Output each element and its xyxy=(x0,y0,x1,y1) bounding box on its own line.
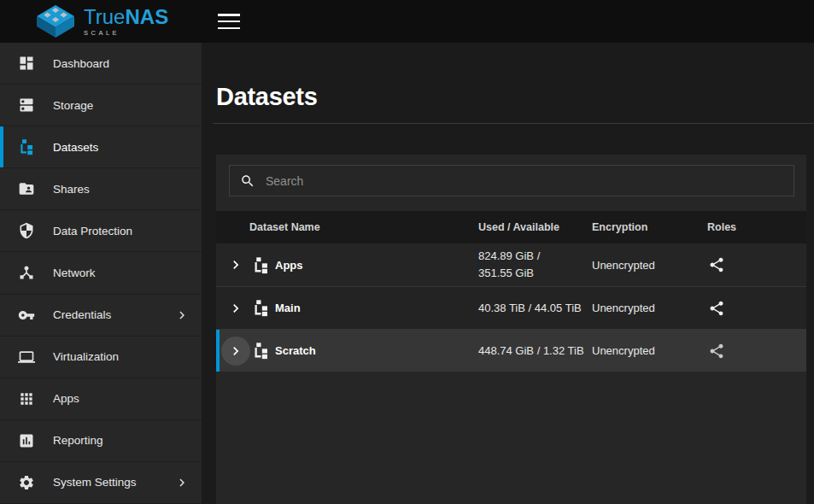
column-header-dataset-name[interactable]: Dataset Name xyxy=(216,221,478,233)
search-input-container xyxy=(229,165,794,196)
sidebar-item-label: Dashboard xyxy=(53,57,109,70)
chevron-right-icon xyxy=(227,343,244,360)
shares-folder-icon xyxy=(17,179,36,198)
brand-scale: SCALE xyxy=(84,30,168,37)
key-icon xyxy=(17,306,36,325)
sidebar-item-data-protection[interactable]: Data Protection xyxy=(0,210,202,252)
column-header-encryption[interactable]: Encryption xyxy=(592,221,707,233)
roles-share-button[interactable] xyxy=(708,343,725,360)
search-icon xyxy=(240,173,255,189)
chevron-right-icon xyxy=(227,300,244,317)
expand-row-button[interactable] xyxy=(221,337,250,366)
datasets-tree-icon xyxy=(17,138,36,156)
column-header-roles[interactable]: Roles xyxy=(707,221,806,233)
sidebar-item-label: Apps xyxy=(53,392,79,405)
sidebar-item-label: Data Protection xyxy=(53,225,132,237)
encryption-cell: Unencrypted xyxy=(592,302,707,314)
used-available-cell: 448.74 GiB / 1.32 TiB xyxy=(478,343,592,360)
used-available-cell: 40.38 TiB / 44.05 TiB xyxy=(478,300,592,317)
menu-toggle-button[interactable] xyxy=(218,13,240,30)
dataset-icon xyxy=(252,342,270,360)
search-input[interactable] xyxy=(266,174,783,188)
apps-grid-icon xyxy=(17,390,36,408)
network-hub-icon xyxy=(17,263,36,282)
chevron-right-icon xyxy=(174,308,190,323)
column-header-used-available[interactable]: Used / Available xyxy=(478,221,592,233)
dashboard-icon xyxy=(17,54,36,73)
expand-row-button[interactable] xyxy=(221,250,250,279)
sidebar: Dashboard Storage Datasets Shares Data P xyxy=(0,43,202,504)
roles-cell xyxy=(707,256,806,273)
sidebar-item-virtualization[interactable]: Virtualization xyxy=(0,337,202,378)
page-title: Datasets xyxy=(216,83,318,111)
share-icon xyxy=(708,300,725,317)
sidebar-item-label: Shares xyxy=(53,183,90,196)
chevron-right-icon xyxy=(227,256,244,273)
roles-share-button[interactable] xyxy=(708,300,725,317)
chevron-right-icon xyxy=(174,475,190,490)
sidebar-item-label: Network xyxy=(53,267,96,279)
roles-cell xyxy=(707,343,806,360)
table-row-apps[interactable]: Apps 824.89 GiB / 351.55 GiB Unencrypted xyxy=(216,243,806,287)
table-row-main[interactable]: Main 40.38 TiB / 44.05 TiB Unencrypted xyxy=(216,287,806,330)
table-row-scratch[interactable]: Scratch 448.74 GiB / 1.32 TiB Unencrypte… xyxy=(216,330,806,372)
sidebar-item-label: Reporting xyxy=(53,434,103,447)
laptop-icon xyxy=(17,348,36,366)
sidebar-item-label: Credentials xyxy=(53,308,111,321)
expand-row-button[interactable] xyxy=(221,294,250,323)
roles-share-button[interactable] xyxy=(708,256,725,273)
title-divider xyxy=(213,123,814,124)
app-window: TrueNAS SCALE Dashboard Storage xyxy=(0,0,814,504)
truenas-wordmark: TrueNAS SCALE xyxy=(84,7,168,37)
truenas-logo-icon xyxy=(34,4,77,38)
share-icon xyxy=(708,343,725,360)
dataset-name: Main xyxy=(275,302,301,314)
gear-icon xyxy=(17,473,36,492)
sidebar-item-storage[interactable]: Storage xyxy=(0,85,202,126)
truenas-logo[interactable]: TrueNAS SCALE xyxy=(34,4,168,38)
share-icon xyxy=(708,256,725,273)
storage-icon xyxy=(17,96,36,114)
datasets-panel: Dataset Name Used / Available Encryption… xyxy=(216,155,806,504)
dataset-name: Apps xyxy=(275,259,303,272)
dataset-name: Scratch xyxy=(275,344,316,357)
sidebar-item-label: Storage xyxy=(53,99,93,112)
used-available-cell: 824.89 GiB / 351.55 GiB xyxy=(478,248,592,282)
sidebar-item-network[interactable]: Network xyxy=(0,252,202,294)
sidebar-item-credentials[interactable]: Credentials xyxy=(0,295,202,337)
sidebar-item-shares[interactable]: Shares xyxy=(0,168,202,210)
table-header: Dataset Name Used / Available Encryption… xyxy=(216,211,806,243)
dataset-icon xyxy=(252,256,270,274)
sidebar-item-label: Virtualization xyxy=(53,350,119,363)
search-bar xyxy=(216,155,806,211)
hamburger-icon xyxy=(218,14,240,16)
sidebar-item-datasets[interactable]: Datasets xyxy=(0,126,202,168)
datasets-table: Dataset Name Used / Available Encryption… xyxy=(216,211,806,372)
sidebar-item-label: Datasets xyxy=(53,141,98,154)
brand-true: True xyxy=(84,5,125,28)
topbar: TrueNAS SCALE xyxy=(0,0,814,43)
dataset-icon xyxy=(252,299,270,317)
bar-chart-icon xyxy=(17,431,36,450)
sidebar-item-system-settings[interactable]: System Settings xyxy=(0,462,202,504)
shield-icon xyxy=(17,221,36,240)
main-content: Datasets Dataset Name Used / Available E… xyxy=(202,43,814,504)
brand-nas: NAS xyxy=(125,5,168,28)
encryption-cell: Unencrypted xyxy=(592,259,707,272)
sidebar-item-dashboard[interactable]: Dashboard xyxy=(0,43,202,85)
sidebar-item-apps[interactable]: Apps xyxy=(0,378,202,420)
roles-cell xyxy=(707,300,806,317)
sidebar-item-label: System Settings xyxy=(53,476,137,489)
encryption-cell: Unencrypted xyxy=(592,344,707,357)
sidebar-item-reporting[interactable]: Reporting xyxy=(0,420,202,462)
